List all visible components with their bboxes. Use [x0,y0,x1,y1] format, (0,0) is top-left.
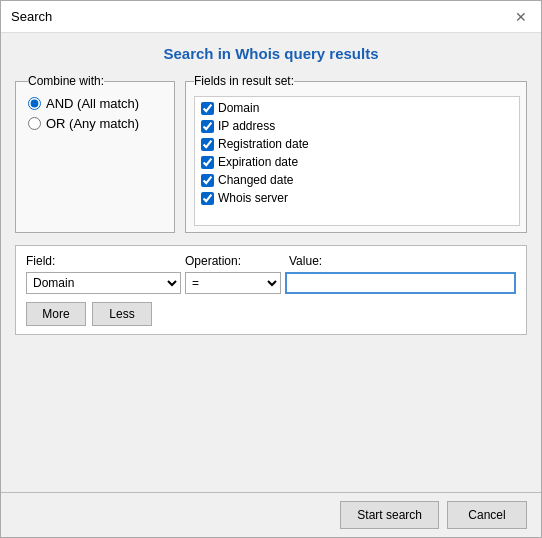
field-checkbox[interactable] [201,138,214,151]
field-item-label: Whois server [218,191,288,205]
fields-list[interactable]: DomainIP addressRegistration dateExpirat… [194,96,520,226]
top-section: Combine with: AND (All match) OR (Any ma… [15,74,527,233]
fields-list-container: DomainIP addressRegistration dateExpirat… [194,96,520,226]
more-less-row: More Less [26,302,516,326]
fields-label: Fields in result set: [194,74,294,88]
list-item[interactable]: Domain [197,99,517,117]
value-input[interactable] [285,272,516,294]
field-select[interactable]: DomainIP addressRegistration dateExpirat… [26,272,181,294]
field-checkbox[interactable] [201,192,214,205]
list-item[interactable]: IP address [197,117,517,135]
less-button[interactable]: Less [92,302,152,326]
radio-or-input[interactable] [28,117,41,130]
title-bar: Search ✕ [1,1,541,33]
title-bar-label: Search [11,9,52,24]
field-checkbox[interactable] [201,174,214,187]
more-button[interactable]: More [26,302,86,326]
dialog-content: Search in Whois query results Combine wi… [1,33,541,492]
op-label: Operation: [185,254,285,268]
radio-and[interactable]: AND (All match) [28,96,162,111]
criteria-section: Field: Operation: Value: DomainIP addres… [15,245,527,335]
field-item-label: IP address [218,119,275,133]
value-label: Value: [289,254,516,268]
radio-and-input[interactable] [28,97,41,110]
list-item[interactable]: Whois server [197,189,517,207]
field-checkbox[interactable] [201,156,214,169]
list-item[interactable]: Registration date [197,135,517,153]
combine-label: Combine with: [28,74,104,88]
close-button[interactable]: ✕ [511,7,531,27]
criteria-labels-row: Field: Operation: Value: [26,254,516,268]
field-item-label: Changed date [218,173,293,187]
bottom-bar: Start search Cancel [1,492,541,537]
field-checkbox[interactable] [201,102,214,115]
criteria-inputs-row: DomainIP addressRegistration dateExpirat… [26,272,516,294]
field-item-label: Expiration date [218,155,298,169]
spacer [15,343,527,482]
radio-or[interactable]: OR (Any match) [28,116,162,131]
field-checkbox[interactable] [201,120,214,133]
cancel-button[interactable]: Cancel [447,501,527,529]
radio-or-label: OR (Any match) [46,116,139,131]
search-dialog: Search ✕ Search in Whois query results C… [0,0,542,538]
list-item[interactable]: Expiration date [197,153,517,171]
combine-group: Combine with: AND (All match) OR (Any ma… [15,74,175,233]
field-label: Field: [26,254,181,268]
field-item-label: Registration date [218,137,309,151]
radio-and-label: AND (All match) [46,96,139,111]
field-item-label: Domain [218,101,259,115]
list-item[interactable]: Changed date [197,171,517,189]
dialog-title: Search in Whois query results [15,45,527,62]
fields-group: Fields in result set: DomainIP addressRe… [185,74,527,233]
start-search-button[interactable]: Start search [340,501,439,529]
op-select[interactable]: =!=containsstarts withends with [185,272,281,294]
